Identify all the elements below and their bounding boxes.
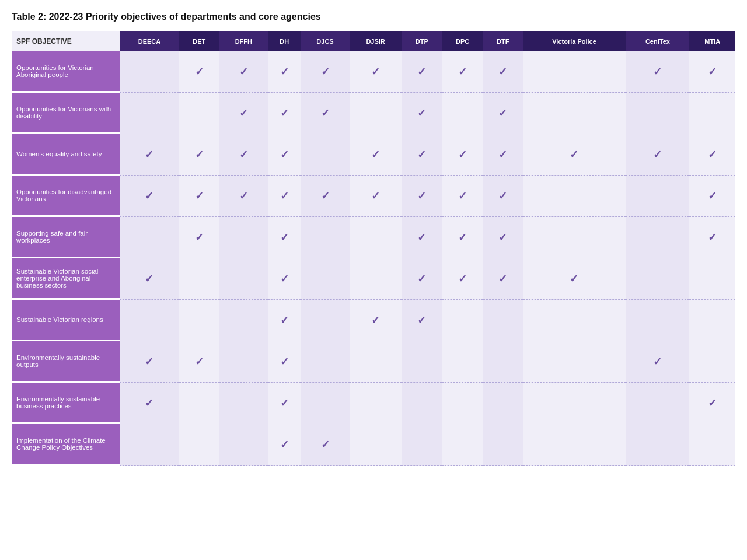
cell-row1-col7: ✓ (402, 93, 442, 134)
cell-row3-col11 (626, 176, 689, 217)
check-icon: ✓ (498, 149, 507, 160)
cell-row3-col6: ✓ (350, 176, 402, 217)
cell-row9-col3 (219, 424, 268, 466)
cell-row8-col10 (523, 383, 626, 424)
cell-row0-col7: ✓ (402, 51, 442, 93)
cell-row5-col8: ✓ (442, 258, 483, 300)
check-icon: ✓ (195, 232, 204, 243)
col-header-cenitex: CenITex (626, 32, 689, 51)
cell-row4-col11 (626, 217, 689, 258)
cell-row6-col4: ✓ (268, 300, 301, 341)
check-icon: ✓ (321, 66, 330, 77)
cell-row2-col6: ✓ (350, 134, 402, 176)
cell-row8-col4: ✓ (268, 383, 301, 424)
cell-row6-col12 (689, 300, 735, 341)
cell-row3-col2: ✓ (179, 176, 219, 217)
cell-row7-col3 (219, 341, 268, 383)
col-header-dh: DH (268, 32, 301, 51)
check-icon: ✓ (570, 274, 578, 284)
row-label-5: Sustainable Victorian social enterprise … (12, 258, 120, 300)
cell-row7-col5 (301, 341, 349, 383)
col-header-dtp: DTP (402, 32, 442, 51)
cell-row5-col5 (301, 258, 349, 300)
cell-row8-col11 (626, 383, 689, 424)
cell-row2-col11: ✓ (626, 134, 689, 176)
check-icon: ✓ (280, 274, 289, 284)
check-icon: ✓ (239, 149, 248, 160)
cell-row6-col2 (179, 300, 219, 341)
cell-row8-col1: ✓ (120, 383, 179, 424)
row-label-3: Opportunities for disadvantaged Victoria… (12, 176, 120, 217)
check-icon: ✓ (371, 149, 380, 160)
check-icon: ✓ (280, 191, 289, 201)
table-row: Opportunities for disadvantaged Victoria… (12, 176, 735, 217)
cell-row5-col12 (689, 258, 735, 300)
check-icon: ✓ (371, 315, 380, 326)
check-icon: ✓ (417, 66, 426, 77)
check-icon: ✓ (708, 66, 717, 77)
cell-row2-col10: ✓ (523, 134, 626, 176)
check-icon: ✓ (145, 398, 153, 408)
cell-row6-col7: ✓ (402, 300, 442, 341)
check-icon: ✓ (280, 149, 289, 160)
cell-row5-col1: ✓ (120, 258, 179, 300)
cell-row7-col4: ✓ (268, 341, 301, 383)
cell-row7-col2: ✓ (179, 341, 219, 383)
priority-objectives-table: SPF OBJECTIVEDEECADETDFFHDHDJCSDJSIRDTPD… (12, 32, 735, 466)
cell-row9-col5: ✓ (301, 424, 349, 466)
check-icon: ✓ (239, 66, 248, 77)
cell-row5-col6 (350, 258, 402, 300)
table-title: Table 2: 2022-23 Priority objectives of … (12, 12, 735, 22)
row-label-9: Implementation of the Climate Change Pol… (12, 424, 120, 466)
check-icon: ✓ (145, 149, 153, 160)
cell-row0-col6: ✓ (350, 51, 402, 93)
check-icon: ✓ (280, 108, 289, 118)
cell-row9-col9 (483, 424, 522, 466)
cell-row4-col1 (120, 217, 179, 258)
check-icon: ✓ (145, 191, 153, 201)
cell-row2-col12: ✓ (689, 134, 735, 176)
cell-row1-col4: ✓ (268, 93, 301, 134)
check-icon: ✓ (653, 356, 662, 367)
table-row: Supporting safe and fair workplaces✓✓✓✓✓… (12, 217, 735, 258)
cell-row1-col2 (179, 93, 219, 134)
cell-row5-col7: ✓ (402, 258, 442, 300)
check-icon: ✓ (653, 66, 662, 77)
check-icon: ✓ (195, 66, 204, 77)
cell-row2-col1: ✓ (120, 134, 179, 176)
cell-row1-col11 (626, 93, 689, 134)
cell-row0-col5: ✓ (301, 51, 349, 93)
check-icon: ✓ (708, 191, 717, 201)
cell-row6-col8 (442, 300, 483, 341)
cell-row4-col8: ✓ (442, 217, 483, 258)
cell-row1-col3: ✓ (219, 93, 268, 134)
cell-row3-col1: ✓ (120, 176, 179, 217)
cell-row3-col9: ✓ (483, 176, 522, 217)
cell-row6-col1 (120, 300, 179, 341)
check-icon: ✓ (280, 66, 289, 77)
check-icon: ✓ (280, 398, 289, 408)
cell-row8-col9 (483, 383, 522, 424)
cell-row4-col5 (301, 217, 349, 258)
check-icon: ✓ (371, 191, 380, 201)
row-label-8: Environmentally sustainable business pra… (12, 383, 120, 424)
check-icon: ✓ (145, 274, 153, 284)
cell-row0-col3: ✓ (219, 51, 268, 93)
table-row: Opportunities for Victorians with disabi… (12, 93, 735, 134)
check-icon: ✓ (498, 191, 507, 201)
cell-row2-col7: ✓ (402, 134, 442, 176)
check-icon: ✓ (239, 108, 248, 118)
check-icon: ✓ (458, 274, 467, 284)
cell-row3-col10 (523, 176, 626, 217)
table-row: Sustainable Victorian regions✓✓✓ (12, 300, 735, 341)
cell-row2-col8: ✓ (442, 134, 483, 176)
check-icon: ✓ (417, 274, 426, 284)
cell-row1-col5: ✓ (301, 93, 349, 134)
cell-row2-col5 (301, 134, 349, 176)
check-icon: ✓ (280, 315, 289, 326)
cell-row8-col6 (350, 383, 402, 424)
cell-row0-col10 (523, 51, 626, 93)
check-icon: ✓ (321, 191, 330, 201)
cell-row0-col1 (120, 51, 179, 93)
check-icon: ✓ (195, 356, 204, 367)
